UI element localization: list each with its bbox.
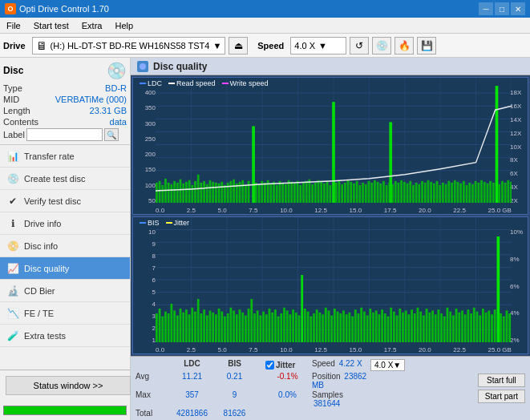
svg-rect-181 bbox=[220, 312, 223, 342]
start-part-button[interactable]: Start part bbox=[478, 390, 525, 403]
maximize-button[interactable]: □ bbox=[495, 2, 509, 15]
svg-rect-54 bbox=[255, 183, 257, 203]
sidebar-item-verify-test-disc[interactable]: ✔ Verify test disc bbox=[0, 190, 130, 212]
svg-rect-233 bbox=[375, 310, 378, 342]
menu-start-test[interactable]: Start test bbox=[27, 18, 75, 33]
sidebar-item-label-cd-bier: CD Bier bbox=[24, 286, 55, 296]
svg-rect-57 bbox=[264, 183, 266, 203]
svg-rect-167 bbox=[180, 309, 182, 342]
svg-rect-239 bbox=[393, 312, 395, 342]
svg-rect-100 bbox=[391, 184, 394, 203]
drive-value: (H:) HL-DT-ST BD-RE WH16NS58 TST4 bbox=[51, 41, 210, 50]
speed-dropdown[interactable]: 4.0 X▼ bbox=[370, 359, 405, 371]
disc-label-browse-button[interactable]: 🔍 bbox=[104, 128, 119, 141]
svg-rect-255 bbox=[440, 313, 443, 342]
svg-rect-228 bbox=[360, 308, 362, 342]
minimize-button[interactable]: ─ bbox=[479, 2, 493, 15]
svg-rect-78 bbox=[326, 181, 329, 203]
sidebar-item-fe-te[interactable]: 📉 FE / TE bbox=[0, 302, 130, 325]
svg-rect-205 bbox=[292, 309, 294, 342]
svg-rect-219 bbox=[334, 309, 336, 342]
svg-rect-106 bbox=[409, 181, 411, 203]
svg-rect-166 bbox=[176, 315, 179, 342]
disc-panel-icon: 💿 bbox=[107, 61, 127, 80]
chart2-x-labels: 0.0 2.5 5.0 7.5 10.0 12.5 15.0 17.5 20.0… bbox=[156, 346, 512, 353]
svg-rect-103 bbox=[400, 180, 403, 203]
svg-rect-226 bbox=[354, 309, 357, 342]
svg-rect-217 bbox=[328, 310, 330, 342]
avg-label: Avg bbox=[136, 372, 168, 390]
svg-rect-117 bbox=[442, 183, 444, 203]
drive-dropdown-arrow: ▼ bbox=[212, 41, 221, 50]
svg-rect-116 bbox=[439, 185, 441, 203]
svg-rect-253 bbox=[435, 314, 437, 342]
menu-help[interactable]: Help bbox=[108, 18, 140, 33]
speed-header-value: 4.22 X bbox=[339, 359, 362, 368]
chart-bis: BIS Jitter 10 9 8 7 6 5 4 3 bbox=[132, 216, 528, 354]
sidebar-item-label-disc-info: Disc info bbox=[24, 241, 58, 251]
svg-rect-25 bbox=[171, 184, 173, 203]
svg-rect-262 bbox=[461, 310, 463, 342]
svg-rect-246 bbox=[414, 313, 416, 342]
sidebar-menu: 📊 Transfer rate 💿 Create test disc ✔ Ver… bbox=[0, 145, 130, 370]
disc-button[interactable]: 💿 bbox=[372, 37, 391, 55]
save-button[interactable]: 💾 bbox=[417, 37, 436, 55]
jitter-legend-label: Jitter bbox=[174, 219, 190, 227]
svg-rect-85 bbox=[350, 182, 352, 203]
jitter-checkbox[interactable] bbox=[265, 361, 274, 370]
sidebar-item-drive-info[interactable]: ℹ Drive info bbox=[0, 212, 130, 235]
close-button[interactable]: ✕ bbox=[511, 2, 525, 15]
action-buttons: Start full Start part bbox=[478, 374, 525, 403]
svg-rect-93 bbox=[374, 180, 376, 203]
svg-rect-272 bbox=[491, 314, 493, 342]
svg-rect-108 bbox=[415, 183, 418, 203]
sidebar-item-extra-tests[interactable]: 🧪 Extra tests bbox=[0, 325, 130, 347]
svg-rect-61 bbox=[276, 185, 278, 203]
eject-button[interactable]: ⏏ bbox=[229, 37, 248, 55]
svg-rect-163 bbox=[168, 313, 170, 342]
svg-rect-218 bbox=[330, 315, 333, 342]
sidebar-item-transfer-rate[interactable]: 📊 Transfer rate bbox=[0, 145, 130, 168]
chart1-y-left: 400 350 300 250 200 150 100 50 bbox=[133, 78, 157, 214]
legend-read-speed: Read speed bbox=[168, 79, 216, 87]
status-window-button[interactable]: Status window >> bbox=[6, 376, 131, 395]
svg-rect-182 bbox=[224, 317, 226, 342]
svg-rect-45 bbox=[224, 185, 226, 203]
start-full-button[interactable]: Start full bbox=[478, 374, 525, 387]
sidebar-item-disc-quality[interactable]: 📈 Disc quality bbox=[0, 257, 130, 280]
svg-rect-83 bbox=[344, 183, 346, 203]
stats-grid: LDC BIS Jitter Speed 4.22 X 4.0 X▼ bbox=[136, 359, 427, 418]
svg-rect-271 bbox=[488, 310, 490, 342]
svg-rect-263 bbox=[464, 314, 467, 342]
cd-bier-icon: 🔬 bbox=[6, 285, 19, 297]
speed-select-group[interactable]: 4.0 X▼ bbox=[370, 359, 427, 371]
speed-select[interactable]: 4.0 X ▼ bbox=[290, 37, 346, 55]
svg-rect-215 bbox=[322, 314, 324, 342]
svg-rect-135 bbox=[492, 183, 495, 203]
svg-rect-86 bbox=[353, 184, 355, 203]
svg-rect-120 bbox=[451, 183, 453, 203]
sidebar-item-cd-bier[interactable]: 🔬 CD Bier bbox=[0, 280, 130, 302]
menu-file[interactable]: File bbox=[0, 18, 27, 33]
menu-extra[interactable]: Extra bbox=[75, 18, 109, 33]
svg-rect-206 bbox=[295, 313, 297, 342]
disc-label-input[interactable] bbox=[26, 128, 103, 141]
jitter-check-group: Jitter bbox=[265, 359, 310, 371]
svg-rect-69 bbox=[299, 185, 301, 203]
svg-rect-225 bbox=[351, 317, 354, 342]
speed-settings-button[interactable]: ↺ bbox=[350, 37, 369, 55]
disc-panel-header: Disc 💿 bbox=[3, 61, 127, 80]
drive-select[interactable]: 🖥 (H:) HL-DT-ST BD-RE WH16NS58 TST4 ▼ bbox=[32, 37, 226, 55]
svg-rect-44 bbox=[220, 182, 223, 203]
svg-rect-73 bbox=[311, 184, 314, 203]
svg-rect-131 bbox=[483, 182, 486, 203]
sidebar-item-create-test-disc[interactable]: 💿 Create test disc bbox=[0, 168, 130, 190]
svg-rect-277 bbox=[506, 310, 508, 342]
speed-header-group: Speed 4.22 X bbox=[312, 359, 368, 371]
sidebar: Disc 💿 Type BD-R MID VERBATiMe (000) Len… bbox=[0, 58, 131, 420]
max-jitter: 0.0% bbox=[265, 390, 310, 408]
sidebar-item-disc-info[interactable]: 📀 Disc info bbox=[0, 235, 130, 257]
burn-button[interactable]: 🔥 bbox=[394, 37, 414, 55]
svg-rect-185 bbox=[233, 310, 235, 342]
svg-rect-243 bbox=[405, 310, 407, 342]
